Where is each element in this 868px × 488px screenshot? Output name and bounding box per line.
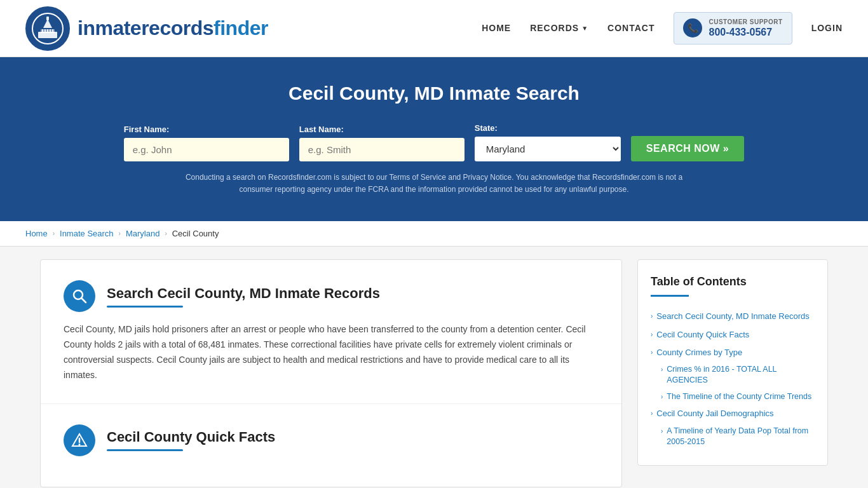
- toc-link-7[interactable]: A Timeline of Yearly Data Pop Total from…: [667, 426, 815, 448]
- toc-link-2[interactable]: Cecil County Quick Facts: [656, 329, 749, 341]
- breadcrumb: Home › Inmate Search › Maryland › Cecil …: [0, 221, 868, 247]
- svg-rect-8: [51, 29, 52, 32]
- section1-title-block: Search Cecil County, MD Inmate Records: [107, 285, 380, 308]
- disclaimer-text: Conducting a search on Recordsfinder.com…: [180, 172, 688, 196]
- section1-body: Cecil County, MD jails hold prisoners af…: [64, 322, 599, 383]
- phone-icon: 📞: [683, 18, 702, 37]
- chevron-right-icon-4: ›: [661, 366, 663, 373]
- section2-underline: [107, 449, 183, 451]
- section2-title: Cecil County Quick Facts: [107, 429, 275, 445]
- site-header: inmaterecordsfinder HOME RECORDS ▼ CONTA…: [0, 0, 868, 57]
- chevron-right-icon-7: ›: [661, 428, 663, 435]
- search-form: First Name: Last Name: State: Maryland A…: [116, 123, 752, 161]
- chevron-right-icon-6: ›: [651, 410, 653, 417]
- last-name-input[interactable]: [299, 138, 465, 161]
- section1-header: Search Cecil County, MD Inmate Records: [64, 280, 599, 312]
- hero-title: Cecil County, MD Inmate Search: [13, 83, 855, 104]
- nav-home[interactable]: HOME: [482, 23, 511, 33]
- breadcrumb-sep-1: ›: [53, 230, 55, 237]
- login-button[interactable]: LOGIN: [811, 23, 843, 33]
- state-select[interactable]: Maryland Alabama Alaska Arizona Californ…: [475, 137, 621, 161]
- first-name-input[interactable]: [124, 138, 289, 161]
- main-container: Search Cecil County, MD Inmate Records C…: [27, 259, 841, 487]
- quick-facts-section: Cecil County Quick Facts: [41, 404, 621, 487]
- toc-sublist-2: › A Timeline of Yearly Data Pop Total fr…: [651, 424, 815, 450]
- chevron-down-icon: ▼: [581, 25, 588, 32]
- svg-rect-2: [41, 29, 55, 33]
- section2-title-block: Cecil County Quick Facts: [107, 429, 275, 451]
- toc-list: › Search Cecil County, MD Inmate Records…: [651, 308, 815, 449]
- section1-title: Search Cecil County, MD Inmate Records: [107, 285, 380, 302]
- first-name-label: First Name:: [124, 125, 170, 134]
- svg-rect-6: [46, 29, 47, 32]
- nav-records[interactable]: RECORDS ▼: [530, 23, 588, 33]
- search-icon: [64, 280, 95, 312]
- last-name-group: Last Name:: [299, 125, 465, 161]
- main-nav: HOME RECORDS ▼ CONTACT 📞 CUSTOMER SUPPOR…: [482, 12, 843, 45]
- toc-link-3[interactable]: County Crimes by Type: [656, 347, 742, 358]
- breadcrumb-current: Cecil County: [172, 229, 219, 238]
- chevron-right-icon-5: ›: [661, 393, 663, 400]
- support-box[interactable]: 📞 CUSTOMER SUPPORT 800-433-0567: [674, 12, 792, 45]
- toc-item-4: › Crimes % in 2016 - TOTAL ALL AGENCIES: [661, 362, 815, 388]
- toc-link-1[interactable]: Search Cecil County, MD Inmate Records: [656, 311, 809, 322]
- last-name-label: Last Name:: [299, 125, 344, 134]
- toc-link-6[interactable]: Cecil County Jail Demographics: [656, 408, 773, 419]
- svg-rect-4: [41, 29, 42, 32]
- toc-item-5: › The Timeline of the County Crime Trend…: [661, 390, 815, 405]
- breadcrumb-sep-3: ›: [165, 230, 166, 237]
- svg-rect-5: [43, 29, 44, 32]
- search-button[interactable]: SEARCH NOW »: [631, 136, 744, 161]
- state-label: State:: [475, 123, 498, 133]
- toc-item-6: › Cecil County Jail Demographics: [651, 405, 815, 422]
- toc-link-4[interactable]: Crimes % in 2016 - TOTAL ALL AGENCIES: [667, 364, 815, 386]
- toc-title: Table of Contents: [651, 275, 815, 288]
- breadcrumb-sep-2: ›: [119, 230, 121, 237]
- section2-header: Cecil County Quick Facts: [64, 424, 599, 456]
- info-icon: [64, 424, 95, 456]
- logo-text: inmaterecordsfinder: [78, 17, 268, 40]
- nav-contact[interactable]: CONTACT: [607, 23, 654, 33]
- state-group: State: Maryland Alabama Alaska Arizona C…: [475, 123, 621, 161]
- hero-section: Cecil County, MD Inmate Search First Nam…: [0, 57, 868, 221]
- breadcrumb-inmate-search[interactable]: Inmate Search: [60, 229, 114, 238]
- toc-link-5[interactable]: The Timeline of the County Crime Trends: [667, 391, 811, 403]
- svg-line-11: [82, 299, 86, 303]
- svg-rect-9: [53, 29, 55, 32]
- inmate-records-section: Search Cecil County, MD Inmate Records C…: [41, 260, 621, 403]
- toc-sublist-1: › Crimes % in 2016 - TOTAL ALL AGENCIES …: [651, 362, 815, 405]
- support-info: CUSTOMER SUPPORT 800-433-0567: [709, 18, 782, 39]
- chevron-right-icon-3: ›: [651, 349, 653, 356]
- first-name-group: First Name:: [124, 125, 289, 161]
- chevron-right-icon-2: ›: [651, 331, 653, 338]
- svg-point-13: [79, 444, 81, 445]
- svg-rect-7: [48, 29, 50, 32]
- toc-item-2: › Cecil County Quick Facts: [651, 327, 815, 343]
- section1-underline: [107, 306, 183, 308]
- logo[interactable]: inmaterecordsfinder: [25, 6, 268, 51]
- toc-item-7: › A Timeline of Yearly Data Pop Total fr…: [661, 424, 815, 450]
- logo-icon: [25, 6, 70, 51]
- breadcrumb-maryland[interactable]: Maryland: [126, 229, 159, 238]
- toc-box: Table of Contents › Search Cecil County,…: [637, 259, 828, 465]
- toc-item-1: › Search Cecil County, MD Inmate Records: [651, 308, 815, 325]
- svg-rect-3: [46, 17, 49, 20]
- toc-item-3: › County Crimes by Type: [651, 344, 815, 361]
- chevron-right-icon-1: ›: [651, 313, 653, 320]
- toc-divider: [651, 295, 689, 297]
- sidebar: Table of Contents › Search Cecil County,…: [637, 259, 828, 487]
- content-area: Search Cecil County, MD Inmate Records C…: [40, 259, 622, 487]
- breadcrumb-home[interactable]: Home: [25, 229, 48, 238]
